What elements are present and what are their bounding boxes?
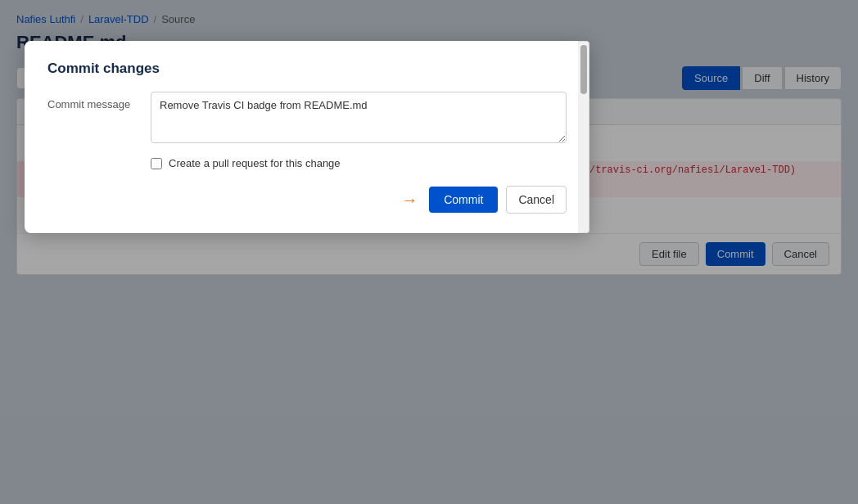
commit-message-wrap <box>151 92 567 146</box>
modal-commit-button[interactable]: Commit <box>429 187 498 213</box>
modal-overlay: Commit changes Commit message Create a p… <box>0 0 858 504</box>
modal-cancel-button[interactable]: Cancel <box>506 186 567 214</box>
modal-scrollbar <box>578 41 589 233</box>
commit-message-label: Commit message <box>47 92 138 110</box>
commit-changes-modal: Commit changes Commit message Create a p… <box>25 41 589 233</box>
commit-message-input[interactable] <box>151 92 567 143</box>
scrollbar-thumb <box>580 45 587 94</box>
pull-request-checkbox-row: Create a pull request for this change <box>151 157 567 169</box>
modal-title: Commit changes <box>47 61 567 77</box>
commit-message-row: Commit message <box>47 92 567 146</box>
arrow-forward-icon: → <box>401 191 418 209</box>
pull-request-label[interactable]: Create a pull request for this change <box>169 157 341 169</box>
pull-request-checkbox[interactable] <box>151 158 162 169</box>
page-container: Nafies Luthfi / Laravel-TDD / Source REA… <box>0 0 858 504</box>
modal-actions: → Commit Cancel <box>47 182 567 214</box>
